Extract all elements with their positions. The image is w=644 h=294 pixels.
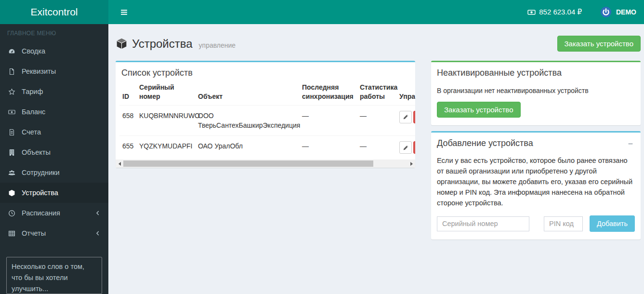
add-device-form: Добавить [437, 215, 635, 232]
scroll-right-arrow-icon[interactable] [407, 160, 415, 168]
cell-actions [396, 136, 415, 160]
sidebar-item-label: Баланс [22, 108, 45, 116]
sidebar-item-svodka[interactable]: Сводка [0, 41, 108, 61]
sidebar: ГЛАВНОЕ МЕНЮ СводкаРеквизитыТарифБалансС… [0, 24, 108, 294]
sidebar-item-label: Объекты [22, 148, 51, 156]
money-icon [7, 108, 16, 116]
sidebar-item-label: Сотрудники [22, 169, 60, 176]
devices-table-container: ID Серийный номер Объект Последняя синхр… [116, 79, 415, 159]
top-navbar: Exitcontrol 852 623.04 ₽ DEMO [0, 0, 644, 24]
page-title: Устройства [132, 37, 193, 51]
column-header-object: Объект [195, 79, 299, 105]
delete-device-button[interactable] [413, 111, 415, 123]
sidebar-item-label: Счета [22, 128, 41, 136]
users-icon [7, 169, 16, 176]
balance-value: 852 623.04 ₽ [539, 8, 582, 16]
chevron-left-icon [94, 210, 101, 216]
sidebar-item-label: Сводка [22, 47, 45, 55]
inactive-devices-panel: Неактивированные устройства В организаци… [431, 61, 641, 125]
table-icon [7, 230, 16, 237]
cell-serial: YQZKYMUDAPFI [136, 136, 195, 160]
devices-table: ID Серийный номер Объект Последняя синхр… [119, 79, 415, 159]
sidebar-item-label: Тариф [22, 88, 43, 95]
cell-object: ООО ТверьСантехБашкирЭкспедиция [195, 105, 299, 136]
invoice-icon [7, 129, 16, 136]
sidebar-item-label: Отчеты [22, 229, 46, 237]
scroll-left-arrow-icon[interactable] [116, 160, 123, 168]
navbar-right: 852 623.04 ₽ DEMO [527, 6, 636, 18]
serial-number-input[interactable] [437, 216, 529, 231]
column-header-serial: Серийный номер [136, 79, 195, 105]
dashboard-icon [7, 48, 16, 55]
scrollbar-track[interactable] [123, 160, 407, 168]
balance-indicator[interactable]: 852 623.04 ₽ [527, 8, 582, 16]
banknote-icon [527, 8, 536, 16]
cell-object: ОАО УралОбл [195, 136, 299, 160]
navbar-main: 852 623.04 ₽ DEMO [108, 0, 644, 24]
sidebar-item-ustroystva[interactable]: Устройства [0, 183, 108, 203]
pin-code-input[interactable] [544, 216, 583, 231]
star-icon [7, 88, 16, 95]
building-icon [7, 149, 16, 156]
menu-icon[interactable] [116, 5, 132, 19]
page-header: Устройства управление Заказать устройств… [116, 29, 641, 61]
delete-device-button[interactable] [413, 141, 415, 154]
sidebar-item-rekvizity[interactable]: Реквизиты [0, 61, 108, 81]
file-icon [7, 68, 16, 75]
scrollbar-thumb[interactable] [123, 160, 373, 167]
inactive-devices-message: В организации нет неактивированных устро… [437, 87, 635, 94]
power-icon [600, 6, 612, 18]
sidebar-item-tarif[interactable]: Тариф [0, 81, 108, 102]
app-logo[interactable]: Exitcontrol [0, 0, 108, 24]
add-device-button[interactable]: Добавить [590, 215, 635, 232]
main-content: Устройства управление Заказать устройств… [108, 24, 644, 294]
feedback-input[interactable] [6, 257, 102, 294]
devices-table-body: 658KUQBRMNNRUWOООО ТверьСантехБашкирЭксп… [119, 105, 415, 159]
app-window: Exitcontrol 852 623.04 ₽ DEMO ГЛАВНОЕ МЕ… [0, 0, 644, 294]
cell-last-sync: — [299, 136, 357, 160]
page-subtitle: управление [199, 41, 236, 51]
add-device-description: Если у вас есть устройство, которое было… [437, 156, 635, 208]
sidebar-item-obekty[interactable]: Объекты [0, 142, 108, 162]
clock-icon [7, 210, 16, 217]
sidebar-item-label: Расписания [22, 209, 60, 217]
cell-stats: — [357, 105, 396, 136]
sidebar-menu: СводкаРеквизитыТарифБалансСчетаОбъектыСо… [0, 41, 108, 243]
user-name: DEMO [616, 8, 636, 16]
table-row: 655YQZKYMUDAPFIОАО УралОбл—— [119, 136, 415, 160]
sidebar-section-label: ГЛАВНОЕ МЕНЮ [0, 24, 108, 41]
column-header-stats: Статистика работы [357, 79, 396, 105]
sidebar-item-sotrudniki[interactable]: Сотрудники [0, 162, 108, 183]
add-device-title: Добавление устройства [437, 138, 533, 148]
edit-device-button[interactable] [399, 141, 412, 154]
cell-actions [396, 105, 415, 136]
cell-serial: KUQBRMNNRUWO [136, 105, 195, 136]
cell-id: 658 [119, 105, 136, 136]
add-device-panel: Добавление устройства Если у вас есть ус… [431, 131, 641, 240]
column-header-lastsync: Последняя синхронизация [299, 79, 357, 105]
sidebar-item-balans[interactable]: Баланс [0, 102, 108, 122]
order-device-button-secondary[interactable]: Заказать устройство [437, 102, 521, 118]
user-menu[interactable]: DEMO [600, 6, 636, 18]
column-header-manage: Управление [396, 79, 415, 105]
inactive-devices-title: Неактивированные устройства [437, 68, 562, 78]
device-list-panel: Список устройств ID Серийный номер [116, 61, 415, 168]
table-row: 658KUQBRMNNRUWOООО ТверьСантехБашкирЭксп… [119, 105, 415, 136]
sidebar-item-label: Реквизиты [22, 67, 56, 75]
order-device-button[interactable]: Заказать устройство [557, 36, 641, 52]
sidebar-item-otchety[interactable]: Отчеты [0, 223, 108, 243]
chevron-left-icon [94, 230, 101, 237]
device-list-title: Список устройств [116, 62, 415, 79]
edit-device-button[interactable] [399, 111, 412, 123]
cell-id: 655 [119, 136, 136, 160]
horizontal-scrollbar[interactable] [116, 160, 415, 168]
sidebar-item-raspisaniya[interactable]: Расписания [0, 203, 108, 223]
cell-last-sync: — [299, 105, 357, 136]
sidebar-item-label: Устройства [22, 189, 58, 197]
pencil-icon [403, 114, 409, 120]
pencil-icon [403, 145, 409, 151]
sidebar-item-scheta[interactable]: Счета [0, 122, 108, 142]
cube-icon [116, 38, 128, 50]
cube-icon [7, 189, 16, 197]
collapse-panel-button[interactable] [626, 139, 635, 148]
